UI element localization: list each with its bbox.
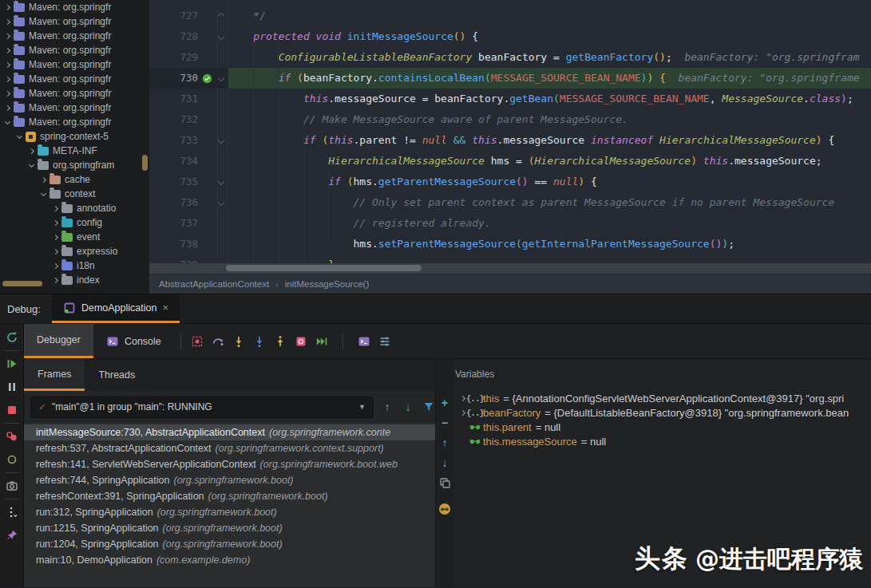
variable-row-this-parent[interactable]: this.parent= null bbox=[453, 420, 871, 434]
rerun-icon[interactable] bbox=[6, 331, 18, 344]
mute-breakpoints-icon[interactable] bbox=[6, 453, 18, 466]
sidebar-horizontal-scrollbar[interactable] bbox=[2, 281, 42, 286]
run-to-cursor-icon[interactable] bbox=[315, 335, 328, 348]
tree-item-maven-org-springfr[interactable]: Maven: org.springfr bbox=[0, 14, 149, 29]
chevron-down-icon[interactable] bbox=[5, 118, 10, 124]
tab-frames[interactable]: Frames bbox=[24, 359, 85, 391]
tree-item-event[interactable]: event bbox=[0, 230, 149, 244]
gutter-730[interactable]: 730 bbox=[149, 68, 228, 89]
show-execution-point-icon[interactable] bbox=[191, 335, 204, 348]
gutter-733[interactable]: 733 bbox=[149, 130, 228, 151]
tree-item-maven-org-springfr[interactable]: Maven: org.springfr bbox=[0, 101, 149, 115]
stack-frame-row[interactable]: refresh:744, SpringApplication (org.spri… bbox=[24, 472, 435, 488]
editor-horizontal-scrollbar[interactable] bbox=[149, 263, 871, 274]
breadcrumb-class[interactable]: AbstractApplicationContext bbox=[159, 279, 269, 289]
fold-marker[interactable] bbox=[216, 76, 227, 81]
tree-item-meta-inf[interactable]: META-INF bbox=[0, 144, 149, 158]
frame-down-icon[interactable]: ↓ bbox=[402, 401, 414, 413]
step-into-icon[interactable] bbox=[232, 335, 245, 348]
chevron-right-icon[interactable] bbox=[53, 277, 58, 282]
add-watch-icon[interactable]: + bbox=[438, 397, 451, 409]
gutter-731[interactable]: 731 bbox=[149, 89, 228, 109]
chevron-down-icon[interactable] bbox=[29, 161, 34, 167]
tab-debugger[interactable]: Debugger bbox=[24, 324, 93, 358]
stop-icon[interactable] bbox=[6, 404, 18, 416]
code-line-734[interactable]: 734 HierarchicalMessageSource hms = (Hie… bbox=[149, 151, 871, 172]
tree-item-maven-org-springfr[interactable]: Maven: org.springfr bbox=[0, 57, 149, 72]
tree-item-spring-context-5[interactable]: spring-context-5 bbox=[0, 129, 149, 144]
gutter-727[interactable]: 727 bbox=[149, 6, 228, 26]
tree-item-annotatio[interactable]: annotatio bbox=[0, 201, 149, 215]
thread-dump-icon[interactable] bbox=[6, 479, 18, 492]
gutter-737[interactable]: 737 bbox=[149, 213, 228, 234]
gutter-735[interactable]: 735 bbox=[149, 172, 228, 192]
code-line-733[interactable]: 733 if (this.parent != null && this.mess… bbox=[149, 130, 871, 151]
stack-frame-row[interactable]: refresh:537, AbstractApplicationContext … bbox=[24, 440, 435, 456]
chevron-right-icon[interactable] bbox=[53, 219, 58, 225]
code-line-735[interactable]: 735 if (hms.getParentMessageSource() == … bbox=[149, 172, 871, 192]
fold-marker[interactable] bbox=[216, 180, 227, 184]
editor-scrollbar-thumb[interactable] bbox=[226, 265, 422, 271]
fold-marker[interactable] bbox=[216, 34, 227, 39]
code-line-731[interactable]: 731 this.messageSource = beanFactory.get… bbox=[149, 89, 871, 109]
code-editor[interactable]: 727 */728 protected void initMessageSour… bbox=[149, 0, 871, 294]
force-step-into-icon[interactable] bbox=[253, 335, 266, 348]
tree-item-maven-org-springfr[interactable]: Maven: org.springfr bbox=[0, 43, 149, 57]
close-icon[interactable]: × bbox=[162, 302, 168, 313]
duplicate-icon[interactable] bbox=[438, 476, 451, 489]
gutter-728[interactable]: 728 bbox=[149, 26, 228, 47]
chevron-right-icon[interactable] bbox=[5, 90, 10, 96]
chevron-right-icon[interactable] bbox=[5, 33, 10, 38]
gutter-736[interactable]: 736 bbox=[149, 192, 228, 213]
code-line-730[interactable]: 730 if (beanFactory.containsLocalBean(ME… bbox=[149, 68, 871, 89]
tree-item-org-springfram[interactable]: org.springfram bbox=[0, 158, 149, 172]
chevron-right-icon[interactable] bbox=[41, 176, 46, 182]
chevron-down-icon[interactable] bbox=[17, 132, 22, 138]
code-line-728[interactable]: 728 protected void initMessageSource() { bbox=[149, 26, 871, 47]
move-down-icon[interactable]: ↓ bbox=[438, 456, 451, 469]
step-over-icon[interactable] bbox=[212, 335, 224, 348]
evaluate-expression-icon[interactable] bbox=[358, 335, 370, 348]
stack-frame-row[interactable]: refresh:141, ServletWebServerApplication… bbox=[24, 456, 435, 472]
fold-marker[interactable] bbox=[216, 14, 227, 18]
stack-frame-row[interactable]: refreshContext:391, SpringApplication (o… bbox=[24, 488, 435, 504]
code-line-732[interactable]: 732 // Make MessageSource aware of paren… bbox=[149, 109, 871, 130]
gutter-734[interactable]: 734 bbox=[149, 151, 228, 172]
remove-watch-icon[interactable]: − bbox=[438, 416, 451, 429]
gutter-738[interactable]: 738 bbox=[149, 234, 228, 255]
show-watches-icon[interactable] bbox=[438, 503, 451, 515]
tree-item-maven-org-springfr[interactable]: Maven: org.springfr bbox=[0, 86, 149, 101]
chevron-right-icon[interactable] bbox=[53, 262, 58, 268]
tab-console[interactable]: Console bbox=[93, 324, 174, 358]
variable-row-this[interactable]: {..}this= {AnnotationConfigServletWebSer… bbox=[453, 391, 871, 405]
chevron-right-icon[interactable] bbox=[5, 76, 10, 81]
gutter-732[interactable]: 732 bbox=[149, 109, 228, 130]
code-line-729[interactable]: 729 ConfigurableListableBeanFactory bean… bbox=[149, 47, 871, 68]
thread-selector-dropdown[interactable]: ✓ "main"@1 in group "main": RUNNING ▼ bbox=[30, 397, 374, 418]
more-icon[interactable] bbox=[6, 506, 18, 519]
variable-row-this-messageSource[interactable]: this.messageSource= null bbox=[453, 434, 871, 448]
pin-icon[interactable] bbox=[6, 529, 18, 542]
chevron-right-icon[interactable] bbox=[53, 234, 58, 239]
resume-icon[interactable] bbox=[6, 357, 18, 370]
tab-threads[interactable]: Threads bbox=[85, 359, 148, 391]
tab-demo-application[interactable]: DemoApplication × bbox=[52, 294, 180, 323]
drop-frame-icon[interactable] bbox=[295, 335, 307, 348]
chevron-right-icon[interactable] bbox=[5, 105, 10, 110]
fold-marker[interactable] bbox=[216, 200, 227, 205]
tree-item-i18n[interactable]: i18n bbox=[0, 258, 149, 273]
filter-icon[interactable] bbox=[422, 401, 435, 413]
view-breakpoints-icon[interactable] bbox=[6, 430, 18, 443]
variable-row-beanFactory[interactable]: {..}beanFactory= {DefaultListableBeanFac… bbox=[453, 405, 871, 420]
chevron-right-icon[interactable] bbox=[29, 148, 34, 153]
move-up-icon[interactable]: ↑ bbox=[438, 436, 451, 449]
code-line-736[interactable]: 736 // Only set parent context as parent… bbox=[149, 192, 871, 213]
trace-stream-icon[interactable] bbox=[378, 335, 391, 348]
tree-item-context[interactable]: context bbox=[0, 187, 149, 201]
chevron-right-icon[interactable] bbox=[5, 47, 10, 53]
tree-item-config[interactable]: config bbox=[0, 215, 149, 230]
code-line-738[interactable]: 738 hms.setParentMessageSource(getIntern… bbox=[149, 234, 871, 255]
stack-frame-row[interactable]: initMessageSource:730, AbstractApplicati… bbox=[24, 424, 435, 440]
tree-item-maven-org-springfr[interactable]: Maven: org.springfr bbox=[0, 0, 149, 14]
chevron-down-icon[interactable] bbox=[41, 190, 46, 195]
